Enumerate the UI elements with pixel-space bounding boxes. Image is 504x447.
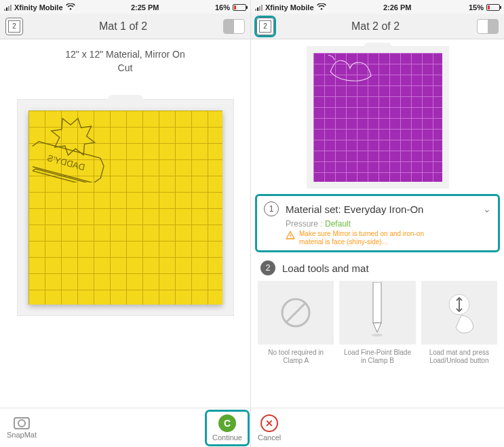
cancel-label: Cancel [258,433,281,442]
carrier-label: Xfinity Mobile [14,3,63,12]
cancel-icon: ✕ [260,414,278,432]
clock: 2:26 PM [383,3,412,12]
bottom-toolbar: SnapMat C Continue [0,408,250,447]
continue-label: Continue [212,433,242,442]
battery-icon [486,4,500,11]
no-tool-icon [258,281,334,345]
mat-preview-panel: 12" x 12" Material, Mirror On Cut DADDY'… [0,39,250,408]
svg-rect-2 [290,237,290,237]
pressure-label: Pressure : [286,219,323,229]
page-title: Mat 2 of 2 [351,20,400,33]
tool-caption: Load Fine-Point Blade in Clamp B [339,349,415,365]
design-outline [315,54,376,81]
blade-icon [339,281,415,345]
design-outline: DADDY'S [33,115,107,182]
header-bar: 2 Mat 2 of 2 [251,14,504,39]
pressure-value[interactable]: Default [325,219,351,229]
step-2-title: Load tools and mat [282,263,495,274]
battery-percent: 15% [469,3,484,12]
carrier-label: Xfinity Mobile [265,3,314,12]
bottom-toolbar: ✕ Cancel [251,408,504,447]
mat-count-badge: 2 [259,20,271,33]
phone-left: Xfinity Mobile 2:25 PM 16% 2 Mat 1 of 2 … [0,0,251,447]
mirror-toggle[interactable] [223,19,245,34]
continue-icon: C [218,414,236,432]
battery-icon [233,4,246,11]
svg-text:DADDY'S: DADDY'S [45,153,85,172]
tools-row: No tool required in Clamp A Load Fine-Po… [251,281,504,365]
tool-card-clamp-b: Load Fine-Point Blade in Clamp B [339,281,415,365]
step-number-2: 2 [260,260,275,275]
header-bar: 2 Mat 1 of 2 [0,14,250,39]
mat-preview[interactable] [307,46,449,189]
page-title: Mat 1 of 2 [99,20,147,33]
step-1-title: Material set: Everyday Iron-On [286,203,476,215]
status-bar: Xfinity Mobile 2:26 PM 15% [251,0,504,14]
mirror-warning-text: Make sure Mirror is turned on and iron-o… [299,230,425,246]
continue-button[interactable]: C Continue [207,412,248,444]
phone-right: Xfinity Mobile 2:26 PM 15% 2 Mat 2 of 2 [251,0,504,447]
mat-preview[interactable]: DADDY'S [17,99,234,316]
svg-point-6 [372,334,383,336]
battery-percent: 16% [215,3,230,12]
tool-card-load: Load mat and press Load/Unload button [421,281,497,365]
mat-selector-button[interactable]: 2 [256,18,274,35]
clock: 2:25 PM [131,3,159,12]
tool-caption: No tool required in Clamp A [258,349,334,365]
wifi-icon [66,3,75,12]
tool-card-clamp-a: No tool required in Clamp A [258,281,334,365]
warning-icon [286,231,295,243]
snapmat-button[interactable]: SnapMat [7,417,37,439]
load-button-icon [421,281,497,345]
tool-caption: Load mat and press Load/Unload button [421,349,497,365]
mat-count-badge: 2 [8,20,20,33]
step-number-1: 1 [264,201,279,216]
chevron-down-icon[interactable]: ⌄ [483,203,491,214]
svg-rect-5 [373,282,381,323]
camera-icon [14,417,30,429]
step-2-load: 2 Load tools and mat [260,260,495,275]
signal-icon [4,5,12,11]
wifi-icon [317,3,326,12]
svg-line-4 [286,303,305,322]
snapmat-label: SnapMat [7,431,37,439]
mat-selector-button[interactable]: 2 [5,18,23,35]
signal-icon [255,5,263,11]
mirror-toggle[interactable] [477,19,499,34]
status-bar: Xfinity Mobile 2:25 PM 16% [0,0,250,14]
cancel-button[interactable]: ✕ Cancel [258,414,281,442]
make-panel: 1 Material set: Everyday Iron-On ⌄ Press… [251,39,504,447]
operation-info: Cut [5,62,245,73]
material-info: 12" x 12" Material, Mirror On [5,49,245,60]
step-1-material[interactable]: 1 Material set: Everyday Iron-On ⌄ Press… [255,194,500,252]
svg-rect-1 [290,234,290,237]
